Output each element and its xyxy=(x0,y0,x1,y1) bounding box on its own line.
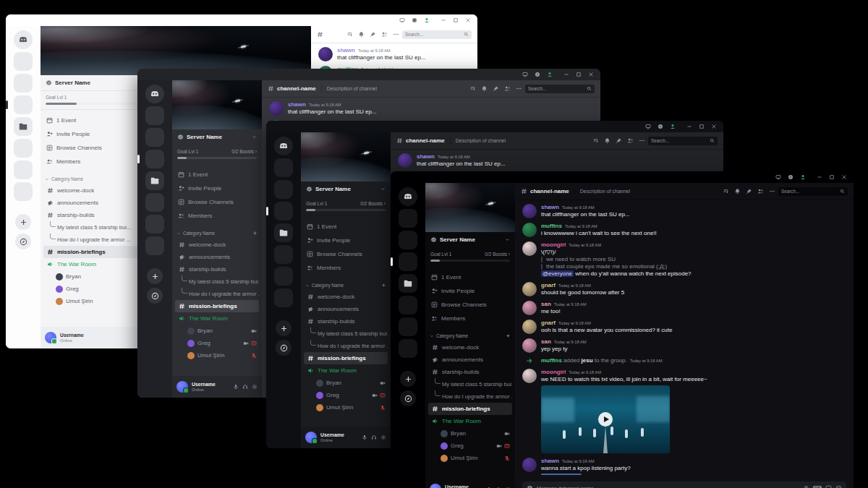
server-icon[interactable] xyxy=(274,158,293,177)
inbox-icon[interactable] xyxy=(788,174,793,180)
avatar[interactable] xyxy=(522,204,537,218)
server-icon[interactable] xyxy=(274,245,293,264)
sidebar-item-invite-people[interactable]: Invite People xyxy=(428,284,512,298)
thread-item[interactable]: How do I upgrade the armor ... xyxy=(428,390,512,403)
monitor-icon[interactable] xyxy=(775,174,781,180)
mic-icon[interactable] xyxy=(362,435,367,440)
channel-item-mission-briefings[interactable]: mission-briefings xyxy=(304,352,388,364)
member-list-icon[interactable] xyxy=(627,137,634,144)
inbox-icon[interactable] xyxy=(535,72,540,77)
avatar[interactable] xyxy=(305,432,317,443)
close-button[interactable] xyxy=(588,72,594,77)
boost-goal[interactable]: Goal Lvl 1 0/2 Boosts › xyxy=(172,145,262,164)
threads-icon[interactable] xyxy=(469,85,476,92)
channel-item-welcome-dock[interactable]: welcome-dock xyxy=(304,291,388,303)
server-icon[interactable] xyxy=(399,231,417,249)
server-icon[interactable] xyxy=(399,317,417,336)
more-options-icon[interactable] xyxy=(769,188,775,194)
play-button[interactable] xyxy=(598,412,613,427)
message-input[interactable]: Message #channel-name GIF xyxy=(522,481,846,488)
user-status-icon[interactable] xyxy=(800,174,806,180)
close-button[interactable] xyxy=(465,17,471,23)
member-list-icon[interactable] xyxy=(757,188,764,194)
notifications-bell-icon[interactable] xyxy=(358,31,365,38)
avatar[interactable] xyxy=(522,282,537,296)
user-status-icon[interactable] xyxy=(670,124,676,129)
avatar[interactable] xyxy=(176,381,188,393)
threads-icon[interactable] xyxy=(592,137,599,144)
avatar[interactable] xyxy=(522,338,537,353)
notifications-bell-icon[interactable] xyxy=(734,188,741,194)
server-icon[interactable] xyxy=(145,236,164,255)
server-icon[interactable] xyxy=(399,296,417,314)
gift-icon[interactable] xyxy=(803,485,809,488)
thread-item[interactable]: My latest class 5 starship bui... xyxy=(175,275,259,288)
monitor-icon[interactable] xyxy=(522,72,528,77)
monitor-icon[interactable] xyxy=(399,17,405,23)
thread-item[interactable]: My latest class 5 starship bui... xyxy=(304,328,388,340)
server-folder[interactable] xyxy=(145,171,164,190)
voice-member[interactable]: Bryan xyxy=(175,325,259,337)
add-server-button[interactable] xyxy=(400,371,416,387)
avatar[interactable] xyxy=(318,47,333,61)
message-author[interactable]: muffins xyxy=(541,223,562,230)
sidebar-item-events[interactable]: 1 Event xyxy=(428,270,512,284)
voice-member[interactable]: Umut Şirin xyxy=(428,452,512,464)
voice-member[interactable]: Bryan xyxy=(428,427,512,440)
server-header[interactable]: Server Name xyxy=(425,232,515,248)
server-header[interactable]: Server Name xyxy=(172,129,262,145)
sidebar-item-members[interactable]: Members xyxy=(175,209,259,223)
avatar[interactable] xyxy=(522,458,537,472)
server-icon[interactable] xyxy=(145,106,164,125)
create-channel-icon[interactable] xyxy=(252,231,258,236)
voice-member[interactable]: Greg xyxy=(428,440,512,452)
server-folder[interactable] xyxy=(399,274,417,293)
message-author[interactable]: moongirl xyxy=(541,369,566,376)
message-author[interactable]: shawn xyxy=(417,153,435,160)
user-status-icon[interactable] xyxy=(424,17,430,23)
more-options-icon[interactable] xyxy=(393,31,399,38)
close-button[interactable] xyxy=(711,124,717,129)
category-header[interactable]: Category Name xyxy=(301,278,391,289)
boost-goal[interactable]: Goal Lvl 1 0/2 Boosts › xyxy=(301,197,391,216)
server-icon[interactable] xyxy=(14,52,33,71)
more-options-icon[interactable] xyxy=(639,137,645,144)
server-icon[interactable] xyxy=(274,288,293,307)
explore-servers-button[interactable] xyxy=(400,390,416,406)
add-server-button[interactable] xyxy=(15,214,31,230)
user-status-icon[interactable] xyxy=(547,72,553,77)
search-input[interactable]: Search... xyxy=(648,137,718,145)
threads-icon[interactable] xyxy=(723,188,729,194)
channel-item-the-war-room[interactable]: The War Room xyxy=(175,312,259,325)
channel-item-the-war-room[interactable]: The War Room xyxy=(304,364,388,377)
server-icon[interactable] xyxy=(145,128,164,147)
inbox-icon[interactable] xyxy=(412,17,417,23)
pinned-messages-icon[interactable] xyxy=(746,188,752,194)
notifications-bell-icon[interactable] xyxy=(604,137,610,144)
create-channel-icon[interactable] xyxy=(381,283,386,288)
explore-servers-button[interactable] xyxy=(15,234,31,249)
settings-gear-icon[interactable] xyxy=(252,384,258,390)
server-header[interactable]: Server Name xyxy=(301,181,391,197)
maximize-button[interactable] xyxy=(453,17,459,23)
server-icon[interactable] xyxy=(399,252,417,271)
thread-item[interactable]: How do I upgrade the armor ... xyxy=(304,340,388,352)
message-author[interactable]: shawn xyxy=(288,101,306,108)
mic-icon[interactable] xyxy=(233,384,239,390)
sidebar-item-events[interactable]: 1 Event xyxy=(175,168,259,181)
avatar[interactable] xyxy=(269,101,284,116)
avatar[interactable] xyxy=(45,332,56,343)
sidebar-item-members[interactable]: Members xyxy=(304,261,388,275)
avatar[interactable] xyxy=(522,301,537,315)
notifications-bell-icon[interactable] xyxy=(481,85,488,92)
discord-home-button[interactable] xyxy=(145,85,164,103)
sidebar-item-browse-channels[interactable]: Browse Channels xyxy=(428,298,512,312)
emoji-icon[interactable] xyxy=(835,485,842,488)
member-list-icon[interactable] xyxy=(504,85,511,92)
explore-servers-button[interactable] xyxy=(276,340,292,356)
server-icon[interactable] xyxy=(14,95,33,114)
server-icon[interactable] xyxy=(14,182,33,201)
sidebar-item-invite-people[interactable]: Invite People xyxy=(304,234,388,247)
category-header[interactable]: Category Name xyxy=(172,226,262,237)
minimize-button[interactable] xyxy=(817,174,822,180)
